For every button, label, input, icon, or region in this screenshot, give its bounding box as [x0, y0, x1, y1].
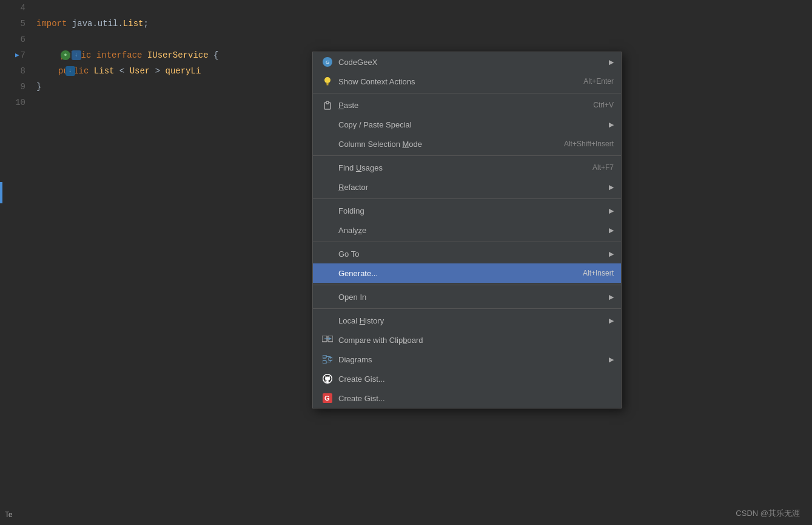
code-area: import java.util. List ; ● ↓ public inte… — [30, 0, 334, 525]
svg-text:G: G — [324, 395, 330, 402]
menu-item-copy-paste-arrow: ▶ — [609, 121, 614, 129]
menu-item-paste[interactable]: Paste Ctrl+V — [313, 95, 621, 115]
open-in-icon — [321, 291, 334, 303]
codegee-icon: G — [321, 56, 334, 68]
menu-item-column-selection-label: Column Selection Mode — [338, 140, 552, 149]
code-line-8: ↓ public List < User > queryLi — [36, 63, 334, 79]
menu-item-analyze-arrow: ▶ — [609, 226, 614, 234]
separator-2 — [313, 155, 621, 156]
line-numbers: 4 5 6 ▶7 8 9 10 — [0, 0, 30, 525]
menu-item-copy-paste-special[interactable]: Copy / Paste Special ▶ — [313, 115, 621, 134]
svg-rect-9 — [323, 355, 326, 358]
menu-item-find-usages-label: Find Usages — [338, 163, 580, 172]
separator-3 — [313, 198, 621, 199]
folding-icon — [321, 205, 334, 217]
menu-item-generate-label: Generate... — [338, 269, 571, 278]
code-line-10 — [36, 95, 334, 110]
menu-item-go-to[interactable]: Go To ▶ — [313, 244, 621, 263]
copy-paste-icon — [321, 118, 334, 130]
bottom-label-text: Te — [5, 510, 13, 519]
menu-item-column-selection-shortcut: Alt+Shift+Insert — [564, 140, 614, 148]
gutter-icon-info: ↓ — [65, 66, 75, 76]
menu-item-open-in[interactable]: Open In ▶ — [313, 287, 621, 307]
svg-rect-4 — [326, 101, 329, 104]
code-line-6 — [36, 32, 334, 47]
menu-item-generate[interactable]: Generate... Alt+Insert — [313, 263, 621, 283]
analyze-icon — [321, 224, 334, 236]
menu-item-codegee[interactable]: G CodeGeeX ▶ — [313, 52, 621, 72]
menu-item-diagrams[interactable]: Diagrams ▶ — [313, 350, 621, 369]
github-icon — [321, 373, 334, 385]
menu-item-context-actions-label: Show Context Actions — [338, 77, 571, 86]
watermark-text: CSDN @其乐无涯 — [736, 509, 800, 518]
column-selection-icon — [321, 138, 334, 150]
menu-item-diagrams-label: Diagrams — [338, 355, 603, 364]
menu-item-compare-clipboard-label: Compare with Clipboard — [338, 336, 614, 345]
compare-clipboard-icon — [321, 334, 334, 346]
menu-item-create-gist-red[interactable]: G Create Gist... — [313, 388, 621, 408]
watermark: CSDN @其乐无涯 — [736, 508, 800, 519]
menu-item-go-to-arrow: ▶ — [609, 250, 614, 258]
menu-item-local-history-arrow: ▶ — [609, 317, 614, 325]
menu-item-paste-shortcut: Ctrl+V — [593, 101, 614, 109]
menu-item-compare-clipboard[interactable]: Compare with Clipboard — [313, 330, 621, 350]
menu-item-create-gist-red-label: Create Gist... — [338, 394, 614, 403]
svg-point-0 — [324, 77, 331, 83]
svg-rect-1 — [326, 83, 329, 84]
gist-red-icon: G — [321, 392, 334, 404]
bottom-label: Te — [0, 510, 13, 519]
code-line-5: import java.util. List ; — [36, 16, 334, 32]
gutter-icon-arrow: ↓ — [72, 50, 81, 60]
menu-item-context-actions-shortcut: Alt+Enter — [583, 77, 614, 86]
menu-item-paste-label: Paste — [338, 101, 581, 110]
menu-item-generate-shortcut: Alt+Insert — [583, 269, 614, 277]
separator-5 — [313, 285, 621, 285]
refactor-icon — [321, 181, 334, 193]
svg-rect-10 — [323, 361, 326, 364]
svg-marker-8 — [329, 337, 332, 340]
menu-item-analyze-label: Analyze — [338, 226, 603, 235]
menu-item-create-gist-github-label: Create Gist... — [338, 374, 614, 384]
menu-item-refactor[interactable]: Refactor ▶ — [313, 177, 621, 197]
gutter-icon-green: ● — [61, 50, 70, 60]
menu-item-open-in-label: Open In — [338, 293, 603, 302]
code-line-9: } — [36, 79, 334, 95]
menu-item-local-history-label: Local History — [338, 316, 603, 325]
context-menu: G CodeGeeX ▶ Show Context Actions Alt+En… — [312, 52, 622, 408]
menu-item-folding-arrow: ▶ — [609, 207, 614, 215]
menu-item-go-to-label: Go To — [338, 249, 603, 259]
menu-item-create-gist-github[interactable]: Create Gist... — [313, 369, 621, 388]
menu-item-find-usages-shortcut: Alt+F7 — [592, 163, 614, 172]
menu-item-analyze[interactable]: Analyze ▶ — [313, 220, 621, 240]
menu-item-open-in-arrow: ▶ — [609, 293, 614, 301]
separator-6 — [313, 308, 621, 309]
menu-item-copy-paste-label: Copy / Paste Special — [338, 120, 603, 129]
menu-item-find-usages[interactable]: Find Usages Alt+F7 — [313, 158, 621, 177]
menu-item-diagrams-arrow: ▶ — [609, 356, 614, 364]
find-usages-icon — [321, 161, 334, 174]
menu-item-codegee-label: CodeGeeX — [338, 58, 603, 67]
diagrams-icon — [321, 353, 334, 365]
separator-4 — [313, 242, 621, 242]
sidebar-accent — [0, 182, 2, 203]
menu-item-local-history[interactable]: Local History ▶ — [313, 311, 621, 330]
generate-icon — [321, 267, 334, 279]
separator-1 — [313, 93, 621, 93]
clipboard-icon — [321, 99, 334, 111]
menu-item-codegee-arrow: ▶ — [609, 58, 614, 66]
code-line-4 — [36, 0, 334, 16]
menu-item-folding[interactable]: Folding ▶ — [313, 201, 621, 220]
local-history-icon — [321, 314, 334, 327]
go-to-icon — [321, 248, 334, 260]
bulb-icon — [321, 75, 334, 87]
menu-item-refactor-label: Refactor — [338, 183, 603, 192]
svg-rect-2 — [327, 84, 329, 86]
menu-item-column-selection[interactable]: Column Selection Mode Alt+Shift+Insert — [313, 134, 621, 154]
code-line-7: ● ↓ public interface IUserService { — [36, 47, 334, 63]
menu-item-folding-label: Folding — [338, 206, 603, 215]
menu-item-refactor-arrow: ▶ — [609, 183, 614, 191]
menu-item-show-context-actions[interactable]: Show Context Actions Alt+Enter — [313, 72, 621, 91]
